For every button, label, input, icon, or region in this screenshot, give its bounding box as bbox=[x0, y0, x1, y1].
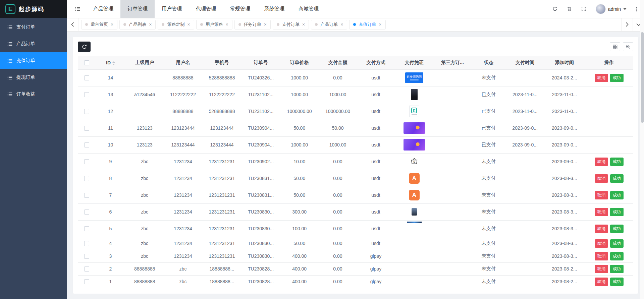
row-checkbox[interactable] bbox=[84, 241, 89, 246]
refresh-table-button[interactable] bbox=[78, 42, 91, 52]
tab-item[interactable]: 充值订单× bbox=[349, 20, 385, 29]
collapse-sidebar-icon[interactable] bbox=[75, 6, 80, 11]
sidebar-item[interactable]: 产品订单 bbox=[0, 36, 67, 52]
column-label: 状态 bbox=[484, 60, 493, 65]
voucher-partial-image[interactable] bbox=[407, 222, 422, 223]
sidebar-item[interactable]: 订单收益 bbox=[0, 86, 67, 103]
row-checkbox[interactable] bbox=[84, 109, 89, 114]
cell-amount: 0.00 bbox=[319, 187, 357, 203]
sort-icon[interactable] bbox=[112, 61, 115, 65]
voucher-brand-image[interactable]: 起步源码网 bbox=[405, 72, 423, 83]
topnav-item[interactable]: 系统管理 bbox=[257, 0, 291, 18]
row-checkbox[interactable] bbox=[84, 226, 89, 231]
topnav-item[interactable]: 代理管理 bbox=[189, 0, 223, 18]
tabs-scroll-right-icon[interactable] bbox=[621, 18, 633, 31]
cell-username: 1231234 bbox=[164, 153, 203, 170]
voucher-letter-image[interactable]: A bbox=[409, 173, 420, 184]
tab-close-icon[interactable]: × bbox=[379, 22, 381, 27]
mark-success-button[interactable]: 成功 bbox=[610, 239, 624, 248]
mark-success-button[interactable]: 成功 bbox=[610, 278, 624, 286]
topnav-item[interactable]: 产品管理 bbox=[86, 0, 120, 18]
cell-actions: 取消成功 bbox=[585, 170, 633, 187]
cancel-order-button[interactable]: 取消 bbox=[595, 265, 608, 273]
mark-success-button[interactable]: 成功 bbox=[610, 74, 624, 82]
voucher-art-image[interactable] bbox=[404, 122, 425, 134]
mark-success-button[interactable]: 成功 bbox=[610, 158, 624, 166]
tab-item[interactable]: 产品订单× bbox=[311, 20, 347, 29]
cancel-order-button[interactable]: 取消 bbox=[595, 225, 608, 233]
tab-item[interactable]: 后台首页× bbox=[81, 20, 117, 29]
sidebar-item[interactable]: 充值订单 bbox=[0, 52, 67, 69]
voucher-photo-image[interactable] bbox=[411, 89, 418, 100]
row-checkbox[interactable] bbox=[84, 159, 89, 164]
tab-close-icon[interactable]: × bbox=[302, 22, 305, 27]
mark-success-button[interactable]: 成功 bbox=[610, 191, 624, 199]
tab-close-icon[interactable]: × bbox=[149, 22, 152, 27]
topnav-item[interactable]: 订单管理 bbox=[120, 0, 155, 18]
scrollbar-thumb[interactable] bbox=[641, 32, 644, 123]
search-button[interactable] bbox=[623, 42, 633, 51]
row-checkbox[interactable] bbox=[84, 126, 89, 131]
mark-success-button[interactable]: 成功 bbox=[610, 252, 624, 260]
voucher-basket-icon[interactable]: ¥ bbox=[410, 157, 418, 165]
mark-success-button[interactable]: 成功 bbox=[610, 265, 624, 273]
tab-item[interactable]: 支付订单× bbox=[273, 20, 309, 29]
column-settings-button[interactable] bbox=[610, 42, 620, 51]
cell-voucher bbox=[395, 275, 434, 288]
cell-status: 已支付 bbox=[471, 103, 506, 120]
tab-close-icon[interactable]: × bbox=[340, 22, 343, 27]
refresh-icon[interactable] bbox=[548, 0, 562, 18]
select-all-checkbox[interactable] bbox=[84, 60, 89, 65]
cancel-order-button[interactable]: 取消 bbox=[595, 174, 608, 183]
cell-status: 未支付 bbox=[471, 250, 506, 262]
tab-item[interactable]: 策略定制× bbox=[158, 20, 194, 29]
voucher-letter-image[interactable]: A bbox=[409, 190, 420, 200]
row-checkbox[interactable] bbox=[84, 176, 89, 181]
cancel-order-button[interactable]: 取消 bbox=[595, 191, 608, 199]
mark-success-button[interactable]: 成功 bbox=[610, 174, 624, 183]
cancel-order-button[interactable]: 取消 bbox=[595, 74, 608, 82]
row-checkbox[interactable] bbox=[84, 193, 89, 198]
tab-close-icon[interactable]: × bbox=[264, 22, 267, 27]
row-checkbox[interactable] bbox=[84, 254, 89, 259]
tab-item[interactable]: 产品列表× bbox=[119, 20, 156, 29]
cell-third-party bbox=[434, 187, 472, 203]
row-checkbox[interactable] bbox=[84, 142, 89, 147]
tab-close-icon[interactable]: × bbox=[111, 22, 113, 27]
page-scrollbar[interactable] bbox=[640, 0, 644, 299]
fullscreen-icon[interactable] bbox=[577, 0, 591, 18]
voucher-logo-image[interactable]: E bbox=[409, 106, 419, 117]
topnav-item[interactable]: 商城管理 bbox=[291, 0, 326, 18]
tab-close-icon[interactable]: × bbox=[187, 22, 190, 27]
sidebar-item[interactable]: 支付订单 bbox=[0, 19, 67, 36]
cancel-order-button[interactable]: 取消 bbox=[595, 239, 608, 248]
cancel-order-button[interactable]: 取消 bbox=[595, 208, 608, 216]
topnav-item[interactable]: 用户管理 bbox=[155, 0, 189, 18]
row-checkbox[interactable] bbox=[84, 266, 89, 272]
tab-item[interactable]: 用户策略× bbox=[196, 20, 232, 29]
sidebar-item[interactable]: 提现订单 bbox=[0, 69, 67, 86]
cell-id: 7 bbox=[95, 187, 126, 203]
cancel-order-button[interactable]: 取消 bbox=[595, 158, 608, 166]
sidebar-menu: 支付订单产品订单充值订单提现订单订单收益 bbox=[0, 18, 67, 103]
cell-parent-user: zbc bbox=[126, 250, 164, 262]
cancel-order-button[interactable]: 取消 bbox=[595, 278, 608, 286]
voucher-art-image[interactable] bbox=[404, 139, 425, 151]
trash-icon[interactable] bbox=[562, 0, 577, 18]
topnav-item[interactable]: 常规管理 bbox=[223, 0, 257, 18]
mark-success-button[interactable]: 成功 bbox=[610, 208, 624, 216]
row-checkbox[interactable] bbox=[84, 92, 89, 97]
cancel-order-button[interactable]: 取消 bbox=[595, 252, 608, 260]
voucher-photo-image[interactable] bbox=[412, 208, 417, 216]
user-menu[interactable]: admin bbox=[591, 0, 631, 18]
tabs-scroll-left-icon[interactable] bbox=[67, 18, 78, 31]
sidebar-item-label: 订单收益 bbox=[16, 91, 35, 97]
cell-voucher: 起步源码网 bbox=[395, 69, 434, 86]
row-checkbox[interactable] bbox=[84, 279, 89, 284]
mark-success-button[interactable]: 成功 bbox=[610, 225, 624, 233]
tab-item[interactable]: 任务订单× bbox=[234, 20, 271, 29]
tab-close-icon[interactable]: × bbox=[226, 22, 228, 27]
sidebar-item-label: 支付订单 bbox=[16, 24, 35, 30]
row-checkbox[interactable] bbox=[84, 210, 89, 215]
row-checkbox[interactable] bbox=[84, 75, 89, 80]
